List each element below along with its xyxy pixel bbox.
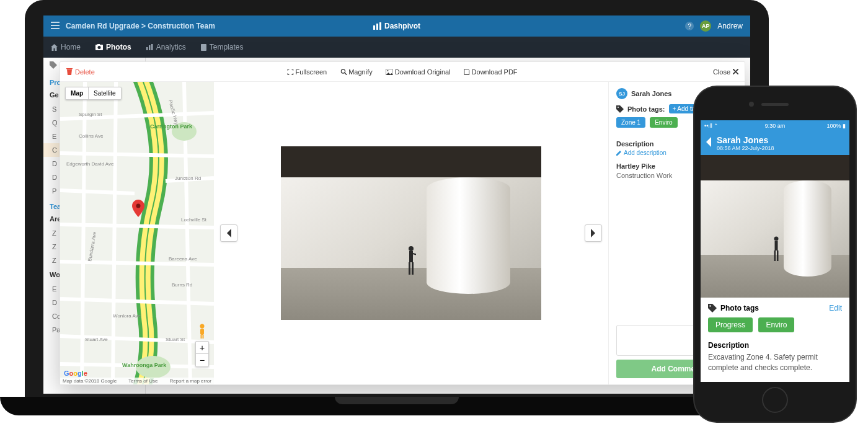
svg-rect-1 (376, 24, 378, 30)
avatar[interactable]: AP (700, 20, 711, 32)
fullscreen-button[interactable]: Fullscreen (287, 68, 327, 76)
svg-rect-6 (146, 47, 148, 50)
person-figure (406, 246, 416, 277)
edit-tags-button[interactable]: Edit (829, 304, 842, 312)
status-time: 9:30 am (765, 123, 786, 129)
svg-rect-34 (203, 335, 204, 339)
help-icon[interactable]: ? (685, 22, 694, 30)
user-name[interactable]: Andrew (717, 22, 743, 30)
plus-icon: + (673, 105, 676, 112)
phone-subtitle: 08:56 AM 22-July-2018 (717, 145, 774, 151)
svg-text:Lochville St: Lochville St (181, 217, 207, 223)
svg-rect-8 (151, 44, 153, 50)
chevron-left-icon (226, 229, 232, 237)
svg-point-40 (618, 107, 619, 108)
svg-point-12 (388, 70, 389, 71)
map-attribution: Map data ©2018 Google Terms of Use Repor… (60, 378, 214, 384)
svg-point-10 (341, 69, 345, 73)
svg-rect-36 (409, 251, 413, 262)
delete-button[interactable]: Delete (66, 68, 95, 76)
phone-frame: ••ıll ⌃ 9:30 am 100% ▮ Sarah Jones 08:56… (694, 87, 856, 422)
battery-label: 100% ▮ (826, 123, 846, 129)
download-original-button[interactable]: Download Original (386, 68, 451, 76)
svg-rect-9 (201, 44, 206, 51)
svg-rect-39 (412, 253, 416, 255)
zoom-out-button[interactable]: − (196, 354, 208, 366)
svg-text:Bareena Ave: Bareena Ave (169, 256, 197, 262)
svg-text:Stuart St: Stuart St (166, 337, 185, 342)
close-button[interactable]: Close (713, 68, 738, 76)
map-tab-satellite[interactable]: Satellite (89, 87, 121, 99)
magnify-button[interactable]: Magnify (340, 68, 373, 76)
expand-icon (287, 69, 293, 75)
phone-description-text: Excavating Zone 4. Safety permit complet… (708, 352, 842, 373)
phone-header: Sarah Jones 08:56 AM 22-July-2018 (701, 131, 849, 155)
modal-toolbar: Delete Fullscreen Magnify Download Origi… (60, 62, 745, 82)
svg-rect-43 (774, 250, 776, 261)
breadcrumb[interactable]: Camden Rd Upgrade > Construction Team (66, 22, 215, 30)
tag-enviro[interactable]: Enviro (758, 317, 794, 332)
chevron-left-icon (706, 137, 712, 147)
photo-viewer-modal: Delete Fullscreen Magnify Download Origi… (60, 61, 745, 385)
map-tab-map[interactable]: Map (66, 87, 89, 99)
trash-icon (66, 68, 73, 75)
desktop-screen: Camden Rd Upgrade > Construction Team Da… (43, 16, 750, 394)
svg-rect-44 (777, 250, 779, 261)
pencil-icon (616, 150, 622, 156)
pegman-icon[interactable] (197, 324, 208, 339)
svg-rect-37 (409, 262, 410, 275)
top-bar: Camden Rd Upgrade > Construction Team Da… (43, 16, 750, 37)
svg-rect-32 (200, 329, 204, 335)
tag-zone1[interactable]: Zone 1 (616, 117, 645, 128)
tag-icon (708, 304, 717, 312)
tab-templates[interactable]: Templates (201, 43, 244, 51)
tag-icon (616, 105, 624, 113)
user-avatar: SJ (616, 88, 627, 99)
photo-panel (214, 82, 608, 384)
home-button[interactable] (762, 387, 788, 413)
phone-screen: ••ıll ⌃ 9:30 am 100% ▮ Sarah Jones 08:56… (701, 120, 849, 382)
signal-icon: ••ıll ⌃ (704, 123, 719, 129)
svg-point-45 (709, 305, 711, 306)
map-type-toggle[interactable]: Map Satellite (65, 87, 122, 100)
tag-progress[interactable]: Progress (708, 317, 753, 332)
phone-title: Sarah Jones (717, 135, 774, 145)
svg-rect-33 (201, 335, 202, 339)
next-photo-button[interactable] (585, 224, 602, 242)
back-button[interactable] (706, 137, 712, 150)
tag-icon (50, 61, 57, 69)
person-figure (772, 236, 781, 262)
image-icon (386, 69, 393, 75)
tab-analytics[interactable]: Analytics (146, 43, 186, 51)
bars-icon (373, 22, 382, 30)
map-svg: Spurgin St Collins Ave Edgeworth David A… (60, 82, 214, 384)
svg-rect-5 (97, 44, 100, 45)
svg-point-4 (98, 46, 101, 49)
svg-text:Burns Rd: Burns Rd (172, 282, 192, 288)
phone-photo-tags-label: Photo tags (720, 304, 759, 312)
phone-body: Photo tags Edit Progress Enviro Descript… (701, 298, 849, 379)
download-pdf-button[interactable]: Download PDF (464, 68, 518, 76)
svg-rect-42 (775, 241, 778, 250)
tab-photos[interactable]: Photos (95, 43, 131, 51)
user-name: Sarah Jones (631, 90, 671, 97)
tab-home[interactable]: Home (51, 43, 81, 51)
svg-text:Carrington Park: Carrington Park (150, 123, 193, 130)
svg-rect-2 (379, 22, 381, 30)
phone-camera (749, 102, 754, 107)
svg-text:Wahroonga Park: Wahroonga Park (122, 362, 167, 368)
laptop-frame: Camden Rd Upgrade > Construction Team Da… (25, 0, 769, 409)
svg-text:Collins Ave: Collins Ave (79, 133, 104, 139)
svg-text:Stuart Ave: Stuart Ave (85, 337, 108, 342)
svg-rect-0 (373, 25, 375, 30)
tag-enviro[interactable]: Enviro (650, 117, 677, 128)
zoom-in-button[interactable]: + (196, 342, 208, 354)
svg-point-35 (409, 246, 414, 251)
hamburger-icon[interactable] (51, 22, 60, 31)
svg-rect-38 (412, 262, 414, 275)
map-panel[interactable]: Spurgin St Collins Ave Edgeworth David A… (60, 82, 214, 384)
laptop-trackpad-notch (335, 397, 459, 404)
brand-logo: Dashpivot (373, 22, 420, 30)
svg-rect-7 (149, 45, 151, 50)
prev-photo-button[interactable] (220, 224, 237, 242)
